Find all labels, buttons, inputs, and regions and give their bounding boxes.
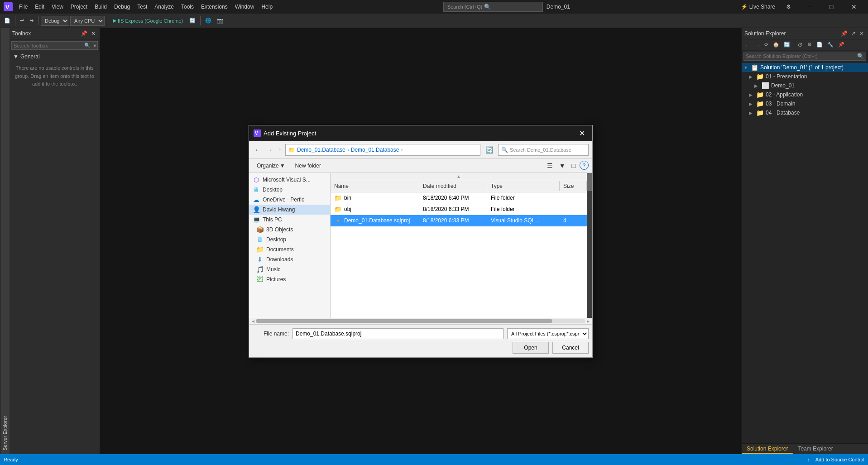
new-folder-button[interactable]: New folder — [291, 161, 325, 170]
menu-help[interactable]: Help — [258, 3, 276, 11]
nav-item-onedrive[interactable]: ☁ OneDrive - Perfic — [249, 195, 330, 205]
path-part-2[interactable]: Demo_01.Database — [351, 147, 399, 153]
toolbox-close-button[interactable]: ✕ — [90, 30, 97, 37]
se-arrow-button[interactable]: ↗ — [850, 30, 857, 37]
dialog-hscrollbar[interactable]: ◄ ► — [249, 318, 592, 324]
menu-analyze[interactable]: Analyze — [151, 3, 177, 11]
svg-text:V: V — [5, 4, 10, 10]
nav-item-thispc[interactable]: 💻 This PC — [249, 215, 330, 225]
maximize-button[interactable]: □ — [821, 0, 842, 14]
new-project-button[interactable]: 📄 — [2, 15, 13, 26]
redo-button[interactable]: ↪ — [27, 15, 36, 26]
se-filter-button[interactable]: ⏱ — [796, 41, 805, 49]
up-button[interactable]: ↑ — [276, 145, 283, 154]
se-back-button[interactable]: ← — [743, 41, 752, 49]
nav-item-downloads[interactable]: ⬇ Downloads — [249, 254, 330, 264]
settings-button[interactable]: ⚙ — [782, 2, 795, 12]
menu-window[interactable]: Window — [231, 3, 258, 11]
refresh-path-button[interactable]: 🔄 — [482, 145, 496, 155]
toolbox-panel: Toolbox 📌 ✕ 🔍 ▼ ▼ General There are no u… — [10, 28, 100, 454]
refresh-button[interactable]: 🔄 — [187, 15, 198, 26]
file-row-sqlproj[interactable]: 🔸 Demo_01.Database.sqlproj 8/18/2020 6:3… — [331, 215, 587, 226]
filetype-select[interactable]: All Project Files (*.csproj;*.cspro — [507, 328, 589, 339]
toolbox-search-dropdown[interactable]: ▼ — [92, 43, 97, 48]
back-button[interactable]: ← — [253, 145, 263, 154]
file-row-bin[interactable]: 📁 bin 8/18/2020 6:40 PM File folder — [331, 192, 587, 204]
view-list-button[interactable]: ☰ — [545, 161, 555, 171]
se-forward-button[interactable]: → — [753, 41, 762, 49]
se-tab-solution-explorer[interactable]: Solution Explorer — [742, 444, 793, 454]
undo-button[interactable]: ↩ — [18, 15, 26, 26]
se-database-item[interactable]: ▶ 📁 04 - Database — [742, 108, 868, 117]
file-row-obj[interactable]: 📁 obj 8/18/2020 6:33 PM File folder — [331, 204, 587, 215]
global-search-box[interactable]: Search (Ctrl+Q) 🔍 — [443, 2, 543, 12]
menu-project[interactable]: Project — [67, 3, 91, 11]
se-sync-button[interactable]: ⟳ — [762, 40, 770, 49]
nav-item-pictures[interactable]: 🖼 Pictures — [249, 274, 330, 284]
menu-debug[interactable]: Debug — [110, 3, 134, 11]
source-control-label[interactable]: Add to Source Control — [815, 457, 864, 462]
cancel-button[interactable]: Cancel — [552, 342, 589, 354]
menu-tools[interactable]: Tools — [177, 3, 197, 11]
camera-button[interactable]: 📷 — [215, 15, 225, 26]
se-application-item[interactable]: ▶ 📁 02 - Application — [742, 90, 868, 99]
left-scroll-arrow[interactable]: ◄ — [251, 319, 255, 324]
open-button[interactable]: Open — [513, 342, 549, 354]
menu-build[interactable]: Build — [91, 3, 110, 11]
live-share-button[interactable]: ⚡ Live Share — [737, 2, 779, 12]
nav-item-desktop[interactable]: 🖥 Desktop — [249, 185, 330, 195]
se-demo01-item[interactable]: ▶ ⬜ Demo_01 — [742, 81, 868, 90]
right-scroll-arrow[interactable]: ► — [586, 319, 590, 324]
se-refresh-button[interactable]: 🔄 — [782, 40, 792, 49]
organize-button[interactable]: Organize ▼ — [253, 161, 289, 170]
se-presentation-item[interactable]: ▶ 📁 01 - Presentation — [742, 72, 868, 81]
toolbox-search-input[interactable] — [12, 42, 82, 49]
menu-view[interactable]: View — [48, 3, 67, 11]
nav-item-3d[interactable]: 📦 3D Objects — [249, 225, 330, 235]
se-tab-team-explorer[interactable]: Team Explorer — [793, 444, 838, 454]
menu-edit[interactable]: Edit — [31, 3, 48, 11]
forward-button[interactable]: → — [264, 145, 274, 154]
toolbox-section-header[interactable]: ▼ General — [11, 53, 98, 61]
dialog-close-button[interactable]: ✕ — [576, 128, 588, 139]
se-solution-item[interactable]: ▼ 📋 Solution 'Demo_01' (1 of 1 project) — [742, 63, 868, 72]
se-pin-button[interactable]: 📌 — [839, 30, 849, 37]
se-pin2-button[interactable]: 📌 — [836, 40, 846, 49]
se-home-button[interactable]: 🏠 — [771, 40, 781, 49]
nav-item-desktop2[interactable]: 🖥 Desktop — [249, 235, 330, 244]
se-domain-item[interactable]: ▶ 📁 03 - Domain — [742, 99, 868, 108]
view-dropdown-button[interactable]: ▼ — [557, 161, 568, 171]
path-part-1[interactable]: Demo_01.Database — [297, 147, 345, 153]
browser-button[interactable]: 🌐 — [203, 15, 214, 26]
minimize-button[interactable]: ─ — [798, 0, 819, 14]
nav-item-documents[interactable]: 📁 Documents — [249, 244, 330, 254]
help-button[interactable]: ? — [580, 161, 589, 170]
run-button[interactable]: ▶ IIS Express (Google Chrome) — [110, 15, 186, 26]
se-close-button[interactable]: ✕ — [858, 30, 865, 37]
nav-item-music[interactable]: 🎵 Music — [249, 264, 330, 274]
toolbox-search-box[interactable]: 🔍 ▼ — [11, 41, 98, 50]
menu-file[interactable]: File — [15, 3, 31, 11]
filename-input[interactable] — [293, 328, 504, 339]
debug-config-select[interactable]: Debug — [41, 16, 69, 26]
se-search-input[interactable] — [744, 53, 855, 60]
se-newfile-button[interactable]: 📄 — [815, 40, 825, 49]
dialog-search-bar[interactable]: 🔍 Search Demo_01.Database — [498, 144, 589, 156]
file-list-scrollbar[interactable] — [587, 173, 592, 318]
server-explorer-tab[interactable]: Server Explorer — [0, 28, 10, 454]
se-wrench-button[interactable]: 🔧 — [825, 40, 835, 49]
platform-select[interactable]: Any CPU — [70, 16, 105, 26]
nav-item-david[interactable]: 👤 David Hwang — [249, 205, 330, 215]
col-header-size[interactable]: Size — [560, 181, 587, 191]
se-settings-button[interactable]: ⚙ — [806, 40, 814, 49]
preview-button[interactable]: □ — [570, 161, 578, 171]
nav-item-vs[interactable]: ⬡ Microsoft Visual S... — [249, 175, 330, 185]
close-button[interactable]: ✕ — [844, 0, 864, 14]
col-header-type[interactable]: Type — [487, 181, 560, 191]
menu-test[interactable]: Test — [134, 3, 151, 11]
col-header-date[interactable]: Date modified — [419, 181, 487, 191]
toolbox-pin-button[interactable]: 📌 — [79, 30, 89, 37]
col-header-name[interactable]: Name — [331, 181, 419, 191]
menu-extensions[interactable]: Extensions — [197, 3, 231, 11]
se-search-box[interactable]: 🔍 — [743, 52, 866, 61]
